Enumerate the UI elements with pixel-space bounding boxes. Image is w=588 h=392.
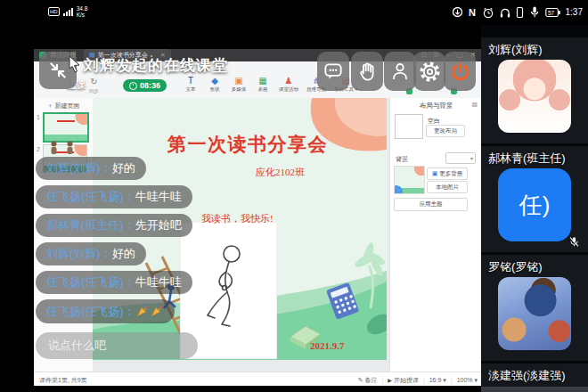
image-icon: ▣	[432, 170, 438, 177]
battery-icon: 57	[545, 6, 561, 19]
alarm-icon	[482, 6, 494, 19]
page-info: 课件第1页, 共9页	[39, 376, 87, 385]
layout-panel-title: 布局与背景	[390, 98, 482, 110]
screencast-icon	[452, 6, 463, 18]
nfc-icon: N	[468, 6, 478, 18]
participant-video	[481, 387, 588, 392]
figure-emoji-icon	[48, 141, 60, 155]
participant-name: 罗铭(罗铭)	[481, 255, 588, 275]
participant-avatar: 任)	[498, 168, 571, 241]
signal-icon	[63, 7, 73, 17]
svg-text:57: 57	[548, 10, 555, 16]
page-number: 1	[37, 114, 40, 120]
tool-icon: ▦	[255, 76, 271, 86]
zoom-dropdown[interactable]: 100% ▾	[457, 377, 478, 384]
participant-tile[interactable]: 刘辉(刘辉)	[481, 37, 588, 143]
mic-muted-icon	[568, 236, 580, 248]
gear-icon	[418, 60, 442, 84]
change-layout-button[interactable]: 更改布局	[426, 125, 465, 137]
chat-message: 任飞扬(任飞扬)：	[36, 299, 175, 323]
tool-button[interactable]: ♟ 课堂活动	[279, 76, 298, 93]
slide-date: 2021.9.7	[310, 340, 345, 351]
party-popper-icon	[136, 304, 150, 317]
chat-message: 任飞扬(任飞扬)：牛哇牛哇	[36, 185, 192, 208]
sync-button[interactable]: ↻同步	[89, 78, 99, 95]
figure-emoji-icon	[64, 141, 76, 155]
new-page-button[interactable]: ＋ 新建页面	[34, 98, 93, 110]
chat-bubble-icon	[322, 60, 345, 83]
tool-button[interactable]: T 文本	[183, 76, 199, 93]
tool-icon: T	[183, 76, 199, 86]
apply-theme-button[interactable]: 应用主题	[394, 198, 468, 211]
clock-icon	[129, 82, 137, 90]
page-thumbnail[interactable]	[43, 112, 89, 143]
power-icon	[448, 60, 472, 84]
notes-button[interactable]: ✎ 备注	[358, 376, 378, 385]
participant-tile[interactable]: 罗铭(罗铭)	[481, 255, 588, 361]
raise-hand-button[interactable]	[351, 52, 383, 91]
tool-icon: ◆	[207, 76, 223, 86]
members-button[interactable]	[384, 52, 416, 91]
party-popper-icon	[151, 304, 164, 317]
play-icon: ▶	[388, 378, 392, 383]
status-bar: HD 34.8K/s N	[0, 0, 588, 25]
more-backgrounds-button[interactable]: ▣ 更多背景	[427, 167, 468, 180]
hd-icon: HD	[48, 7, 60, 16]
chat-message: 郝林青(班主任)：先开始吧	[36, 214, 192, 237]
settings-button[interactable]	[413, 52, 445, 91]
headset-icon	[499, 6, 511, 19]
window-footer: 课件第1页, 共9页 ✎ 备注 | ▶ 开始授课 | 16:9 ▾ | 100%…	[34, 372, 481, 386]
participant-avatar	[498, 60, 571, 133]
participant-name: 刘辉(刘辉)	[481, 37, 588, 58]
person-icon	[388, 60, 412, 83]
background-color-dropdown[interactable]: ▾	[445, 152, 476, 164]
background-label: 背景	[396, 155, 408, 164]
chat-overlay: 刘辉(刘辉)：好的任飞扬(任飞扬)：牛哇牛哇郝林青(班主任)：先开始吧刘辉(刘辉…	[36, 141, 223, 359]
collapse-arrows-icon	[46, 59, 69, 82]
slide-class-name: 应化2102班	[256, 166, 305, 179]
tool-icon: ▣	[231, 76, 247, 86]
mobile-icon	[516, 6, 524, 19]
panel-close-icon[interactable]: ⊠	[471, 101, 478, 109]
start-teaching-button[interactable]: ▶ 开始授课	[388, 376, 419, 385]
screen: HD 34.8K/s N	[0, 0, 588, 392]
chat-messages: 刘辉(刘辉)：好的任飞扬(任飞扬)：牛哇牛哇郝林青(班主任)：先开始吧刘辉(刘辉…	[36, 157, 223, 323]
background-thumbnail[interactable]	[394, 166, 425, 194]
network-speed: 34.8K/s	[77, 5, 88, 18]
layout-panel: 布局与背景 ⊠ 空白 更改布局 背景 ▾ ▣ 更多背景 本地图片 应用主题	[389, 98, 482, 372]
tool-button[interactable]: ◆ 形状	[207, 76, 223, 93]
tool-button[interactable]: ▦ 表格	[255, 76, 271, 93]
tool-icon: ♟	[279, 76, 298, 86]
blank-layout-thumbnail[interactable]	[395, 114, 423, 139]
participant-name: 淡建强(淡建强)	[481, 363, 588, 384]
participant-avatar	[498, 277, 571, 350]
class-title: 刘辉发起的在线课堂	[84, 55, 228, 76]
mouse-cursor	[68, 55, 81, 73]
chat-message: 刘辉(刘辉)：好的	[36, 157, 146, 180]
leave-class-button[interactable]	[444, 52, 476, 91]
raised-hand-icon	[356, 61, 379, 83]
chat-button[interactable]	[317, 52, 349, 91]
svg-text:N: N	[469, 7, 476, 18]
participant-tile[interactable]: 郝林青(班主任)任)	[481, 146, 588, 252]
participant-tile[interactable]: 淡建强(淡建强)	[481, 363, 588, 392]
aspect-ratio-dropdown[interactable]: 16:9 ▾	[429, 377, 446, 384]
local-image-button[interactable]: 本地图片	[427, 181, 468, 193]
chat-input[interactable]: 说点什么吧	[36, 332, 198, 359]
mic-icon	[528, 5, 541, 19]
class-timer: 08:36	[123, 79, 167, 92]
clock-time: 1:37	[566, 7, 583, 17]
figure-emoji-row	[48, 141, 223, 155]
participant-name: 郝林青(班主任)	[481, 146, 588, 167]
chat-message: 任飞扬(任飞扬)：牛哇牛哇	[36, 271, 192, 294]
chat-message: 刘辉(刘辉)：好的	[36, 242, 146, 265]
tool-button[interactable]: ▣ 多媒体	[231, 76, 247, 93]
participants-sidebar: 刘辉(刘辉)郝林青(班主任)任) 罗铭(罗铭)淡建强(淡建强)	[481, 25, 588, 392]
